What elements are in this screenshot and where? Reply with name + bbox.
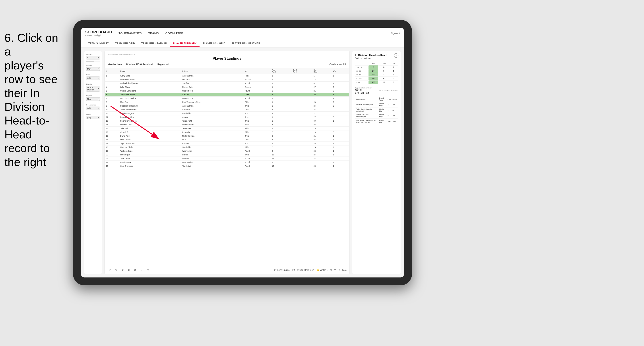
save-custom-btn[interactable]: 💾 Save Custom View bbox=[292, 269, 314, 271]
paste-btn[interactable]: ⧉ bbox=[133, 268, 137, 272]
logo-text: SCOREBOARD bbox=[85, 30, 112, 34]
table-row[interactable]: 2 Michael La Sasse Ole Miss Second 1 18 … bbox=[105, 78, 349, 82]
cell-yr: Third bbox=[244, 153, 270, 157]
sub-nav-player-h2h-grid[interactable]: PLAYER H2H GRID bbox=[200, 40, 228, 47]
cell-player: Gordon Sargent bbox=[119, 112, 181, 115]
table-row[interactable]: 24 Bastian Amat New Mexico Fourth 1 27 2 bbox=[105, 161, 349, 164]
cell-num: 13 bbox=[105, 119, 119, 123]
sub-nav-player-h2h-heatmap[interactable]: PLAYER H2H HEATMAP bbox=[228, 40, 263, 47]
cell-player: Mats Ege bbox=[119, 100, 181, 104]
cell-num: 10 bbox=[105, 108, 119, 112]
col-win: Win bbox=[332, 68, 350, 74]
cell-school: Tennessee bbox=[181, 127, 244, 131]
cell-num: 18 bbox=[105, 138, 119, 142]
table-row[interactable]: 16 Alex Goff Kentucky Fifth 8 19 0 bbox=[105, 131, 349, 134]
cell-player: Michael Thorbjornsen bbox=[119, 82, 181, 85]
table-row[interactable]: 23 Jack Lundin Missouri Fourth 11 24 0 bbox=[105, 157, 349, 161]
cell-reg: 6 bbox=[270, 149, 291, 153]
no-rds-slider[interactable] bbox=[86, 61, 100, 61]
share-btn[interactable]: ⬆ Share bbox=[338, 269, 346, 271]
table-row[interactable]: 19 Tiger Christensen Arizona Third 8 23 … bbox=[105, 142, 349, 146]
col-conf-rank: ConfRank bbox=[292, 68, 312, 74]
cell-win: 2 bbox=[332, 97, 350, 100]
tour-col-score: Score bbox=[392, 96, 398, 102]
table-row[interactable]: 15 Jake Hall Tennessee Fifth 1 18 0 bbox=[105, 127, 349, 131]
refresh-btn[interactable]: ◷ bbox=[146, 268, 150, 272]
cell-num: 4 bbox=[105, 85, 119, 89]
table-row[interactable]: 6 Jackson Koivun Auburn First 1 22 1 bbox=[105, 93, 349, 97]
sub-nav-team-h2h-heatmap[interactable]: TEAM H2H HEATMAP bbox=[138, 40, 170, 47]
table-row[interactable]: 5 Christo Lamprecht Georgia Tech Fourth … bbox=[105, 89, 349, 93]
forward-btn[interactable]: ⟳ bbox=[120, 268, 125, 272]
table-row[interactable]: 20 Matthew Riedel Vanderbilt Fifth 6 23 … bbox=[105, 146, 349, 149]
sub-nav-player-summary[interactable]: PLAYER SUMMARY bbox=[170, 40, 200, 47]
table-row[interactable]: 12 Brendan Valdes Auburn Third 1 27 0 bbox=[105, 115, 349, 119]
table-row[interactable]: 13 Phichaksn Maichon Texas A&M Third 6 3… bbox=[105, 119, 349, 123]
cell-conf bbox=[292, 78, 312, 82]
table-row[interactable]: 18 Luke Powell ULA First 4 24 1 bbox=[105, 138, 349, 142]
cell-conf bbox=[292, 164, 312, 168]
cell-reg: 4 bbox=[270, 112, 291, 115]
cell-reg: 12 bbox=[270, 164, 291, 168]
table-row[interactable]: 9 Preston Summerhays Arizona State Third… bbox=[105, 104, 349, 108]
cell-school: North Carolina bbox=[181, 134, 244, 138]
h2h-row: 26-50 22 4 1 bbox=[355, 73, 398, 77]
table-row[interactable]: 3 Michael Thorbjornsen Stanford Fourth 1… bbox=[105, 82, 349, 85]
copy-btn[interactable]: ⧉ bbox=[127, 268, 131, 272]
cell-rds: 21 bbox=[312, 112, 332, 115]
cell-num: 5 bbox=[105, 89, 119, 93]
sub-nav-team-h2h-grid[interactable]: TEAM H2H GRID bbox=[112, 40, 138, 47]
gender-dropdown[interactable]: Men ▾ bbox=[86, 67, 100, 71]
watch-btn[interactable]: 🔔 Watch ▾ bbox=[316, 269, 328, 271]
conference-label: Conference bbox=[86, 104, 100, 106]
table-row[interactable]: 7 Nicholas Gabrelcik North Florida Fourt… bbox=[105, 97, 349, 100]
cell-rds: 27 bbox=[312, 161, 332, 164]
toolbar-right: 👁 View: Original 💾 Save Custom View 🔔 Wa… bbox=[274, 269, 346, 271]
sign-out-link[interactable]: Sign out bbox=[391, 32, 400, 35]
cell-conf bbox=[292, 85, 312, 89]
table-row[interactable]: 1 Wenyi Ding Arizona State First 1 1 1 bbox=[105, 74, 349, 78]
nav-committee[interactable]: COMMITTEE bbox=[166, 31, 183, 36]
col-school: School bbox=[181, 68, 244, 74]
cell-reg: 6 bbox=[270, 146, 291, 149]
h2h-tie-cell: 5 bbox=[390, 69, 398, 73]
opponents-pct: 98.1% bbox=[355, 89, 362, 92]
no-rds-value[interactable]: 6 ▾ bbox=[86, 56, 100, 59]
nav-tournaments[interactable]: TOURNAMENTS bbox=[119, 31, 142, 36]
tournament-row: Fallen Oak Collegiate Invitational Strok… bbox=[355, 107, 398, 113]
nav-teams[interactable]: TEAMS bbox=[148, 31, 159, 36]
sub-nav-team-summary[interactable]: TEAM SUMMARY bbox=[85, 40, 112, 47]
layout-btn[interactable]: ⊞ bbox=[330, 269, 332, 271]
h2h-win-cell: 46 bbox=[368, 77, 378, 80]
conference-dropdown[interactable]: (All) ▾ bbox=[86, 107, 100, 110]
player-dropdown[interactable]: (All) ▾ bbox=[86, 116, 100, 119]
table-row[interactable]: 14 Maxwell Ford North Carolina Third 3 2… bbox=[105, 123, 349, 127]
table-row[interactable]: 10 Jacob Nino-Obiano Arkansas Fifth 4 25… bbox=[105, 108, 349, 112]
list-btn[interactable]: ☰ bbox=[334, 269, 336, 271]
table-row[interactable]: 8 Mats Ege East Tennessee State Fifth 1 … bbox=[105, 100, 349, 104]
cell-conf bbox=[292, 138, 312, 142]
table-row[interactable]: 4 Luke Claton Florida State Second 1 27 … bbox=[105, 85, 349, 89]
h2h-close-btn[interactable]: × bbox=[394, 53, 398, 58]
cell-yr: Fifth bbox=[244, 146, 270, 149]
division-dropdown[interactable]: NCAA Division I ▾ bbox=[86, 86, 100, 92]
cell-yr: Fourth bbox=[244, 89, 270, 93]
table-row[interactable]: 25 Cole Sherwood Vanderbilt Fourth 12 23… bbox=[105, 164, 349, 168]
cell-player: Preston Summerhays bbox=[119, 104, 181, 108]
undo-btn[interactable]: ↩ bbox=[108, 268, 112, 272]
cell-reg: 11 bbox=[270, 157, 291, 161]
table-row[interactable]: 17 David Ford North Carolina Third 2 21 … bbox=[105, 134, 349, 138]
more-btn[interactable]: ··· bbox=[139, 268, 144, 272]
cell-num: 3 bbox=[105, 82, 119, 85]
year-dropdown[interactable]: (All) ▾ bbox=[86, 76, 100, 80]
table-row[interactable]: 21 Taehoon Song Washington Fourth 6 22 1 bbox=[105, 149, 349, 153]
tour-pos: 2 bbox=[387, 107, 392, 113]
cell-win: 0 bbox=[332, 115, 350, 119]
cell-yr: First bbox=[244, 93, 270, 97]
table-row[interactable]: 11 Gordon Sargent Vanderbilt Third 4 21 … bbox=[105, 112, 349, 115]
region-dropdown[interactable]: N/A ▾ bbox=[86, 97, 100, 101]
h2h-panel: × In Division Head-to-Head Jackson Koivu… bbox=[352, 51, 401, 274]
view-original-btn[interactable]: 👁 View: Original bbox=[274, 269, 290, 271]
redo-btn[interactable]: ↪ bbox=[114, 268, 118, 272]
table-row[interactable]: 22 Ian Gilligan Florida Third 10 24 1 bbox=[105, 153, 349, 157]
